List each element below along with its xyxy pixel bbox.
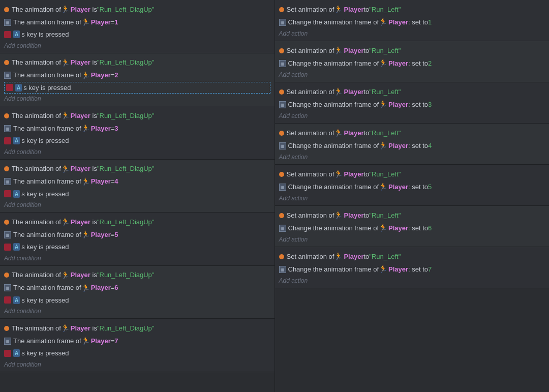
player-label2: Player xyxy=(91,336,111,346)
player-icon-action: 🏃 xyxy=(334,86,343,97)
add-action-link[interactable]: Add action xyxy=(279,276,545,286)
set-to-number: 4 xyxy=(428,141,432,151)
frame-number: 7 xyxy=(114,336,118,346)
player-label: Player xyxy=(71,270,90,280)
frame-number: 5 xyxy=(114,230,118,240)
key-condition-row[interactable]: A s key is pressed xyxy=(4,82,270,94)
player-action-label2: Player xyxy=(388,58,408,69)
frame-condition-row[interactable]: ▦ The animation frame of 🏃 Player = 2 xyxy=(4,69,270,82)
frame-condition-row[interactable]: ▦ The animation frame of 🏃 Player = 3 xyxy=(4,122,270,135)
frame-condition-row[interactable]: ▦ The animation frame of 🏃 Player = 1 xyxy=(4,16,270,28)
add-condition-link[interactable]: Add condition xyxy=(4,359,270,370)
key-condition-row[interactable]: A s key is pressed xyxy=(4,294,270,307)
anim-name-label: "Run_Left_DiagUp" xyxy=(97,323,155,334)
key-condition-row[interactable]: A s key is pressed xyxy=(4,241,270,253)
change-frame-action-row[interactable]: ▦ Change the animation frame of 🏃 Player… xyxy=(279,263,545,276)
add-condition-link[interactable]: Add condition xyxy=(4,94,270,104)
player-action-label2: Player xyxy=(388,100,408,110)
add-condition-link[interactable]: Add condition xyxy=(4,306,270,316)
letter-a: A xyxy=(13,296,20,304)
add-action-link[interactable]: Add action xyxy=(279,152,545,162)
dot-icon xyxy=(4,7,9,12)
player-icon: 🏃 xyxy=(61,110,70,121)
condition-block-6: The animation of 🏃 Player is "Run_Left_D… xyxy=(0,319,274,372)
add-condition-link[interactable]: Add condition xyxy=(4,253,270,263)
animation-condition-row[interactable]: The animation of 🏃 Player is "Run_Left_D… xyxy=(4,322,270,335)
player-icon: 🏃 xyxy=(61,57,70,68)
add-condition-link[interactable]: Add condition xyxy=(4,41,270,51)
frame-icon: ▦ xyxy=(4,178,11,185)
player-icon-action: 🏃 xyxy=(334,251,343,262)
animation-condition-row[interactable]: The animation of 🏃 Player is "Run_Left_D… xyxy=(4,56,270,69)
set-animation-action-row[interactable]: Set animation of 🏃 Player to "Run_Left" xyxy=(279,209,545,222)
set-to-number: 1 xyxy=(428,17,432,27)
frame-condition-row[interactable]: ▦ The animation frame of 🏃 Player = 6 xyxy=(4,282,270,294)
add-action-link[interactable]: Add action xyxy=(279,28,545,39)
letter-a: A xyxy=(13,31,20,38)
set-animation-action-row[interactable]: Set animation of 🏃 Player to "Run_Left" xyxy=(279,85,545,98)
set-animation-action-row[interactable]: Set animation of 🏃 Player to "Run_Left" xyxy=(279,44,545,57)
frame-condition-row[interactable]: ▦ The animation frame of 🏃 Player = 7 xyxy=(4,335,270,347)
key-icon xyxy=(4,137,11,144)
change-frame-action-row[interactable]: ▦ Change the animation frame of 🏃 Player… xyxy=(279,180,545,193)
dot-icon xyxy=(4,113,9,118)
player-icon: 🏃 xyxy=(61,270,70,281)
player-label2: Player xyxy=(91,124,111,134)
player-icon2: 🏃 xyxy=(81,176,90,187)
animation-condition-row[interactable]: The animation of 🏃 Player is "Run_Left_D… xyxy=(4,216,270,228)
player-icon2: 🏃 xyxy=(81,70,90,81)
animation-condition-row[interactable]: The animation of 🏃 Player is "Run_Left_D… xyxy=(4,109,270,122)
key-condition-row[interactable]: A s key is pressed xyxy=(4,28,270,41)
conditions-panel: The animation of 🏃 Player is "Run_Left_D… xyxy=(0,0,275,392)
add-action-link[interactable]: Add action xyxy=(279,234,545,245)
frame-number: 4 xyxy=(114,176,118,187)
set-animation-action-row[interactable]: Set animation of 🏃 Player to "Run_Left" xyxy=(279,168,545,180)
set-to-number: 5 xyxy=(428,182,432,192)
player-icon-action2: 🏃 xyxy=(379,140,387,151)
player-label2: Player xyxy=(91,283,111,293)
dot-icon xyxy=(4,326,9,331)
player-icon: 🏃 xyxy=(61,323,70,334)
add-action-link[interactable]: Add action xyxy=(279,70,545,80)
action-block-5: Set animation of 🏃 Player to "Run_Left" … xyxy=(275,206,550,247)
change-frame-action-row[interactable]: ▦ Change the animation frame of 🏃 Player… xyxy=(279,139,545,152)
action-block-1: Set animation of 🏃 Player to "Run_Left" … xyxy=(275,41,550,82)
player-action-label2: Player xyxy=(388,141,408,151)
player-action-label: Player xyxy=(344,5,363,15)
frame-condition-row[interactable]: ▦ The animation frame of 🏃 Player = 5 xyxy=(4,228,270,241)
animation-condition-row[interactable]: The animation of 🏃 Player is "Run_Left_D… xyxy=(4,3,270,16)
set-animation-action-row[interactable]: Set animation of 🏃 Player to "Run_Left" xyxy=(279,127,545,139)
change-frame-action-row[interactable]: ▦ Change the animation frame of 🏃 Player… xyxy=(279,16,545,28)
set-animation-action-row[interactable]: Set animation of 🏃 Player to "Run_Left" xyxy=(279,250,545,263)
letter-a: A xyxy=(15,84,22,92)
add-action-link[interactable]: Add action xyxy=(279,193,545,203)
animation-condition-row[interactable]: The animation of 🏃 Player is "Run_Left_D… xyxy=(4,269,270,282)
key-condition-row[interactable]: A s key is pressed xyxy=(4,135,270,147)
player-icon2: 🏃 xyxy=(81,283,90,293)
condition-block-1: The animation of 🏃 Player is "Run_Left_D… xyxy=(0,53,274,107)
key-condition-row[interactable]: A s key is pressed xyxy=(4,347,270,359)
player-icon-action2: 🏃 xyxy=(379,223,387,233)
set-to-number: 7 xyxy=(428,264,432,275)
add-condition-link[interactable]: Add condition xyxy=(4,147,270,157)
add-condition-link[interactable]: Add condition xyxy=(4,200,270,210)
add-action-link[interactable]: Add action xyxy=(279,111,545,121)
condition-block-4: The animation of 🏃 Player is "Run_Left_D… xyxy=(0,213,274,266)
run-left-label: "Run_Left" xyxy=(369,87,401,97)
frame-icon: ▦ xyxy=(4,19,11,26)
player-icon-action: 🏃 xyxy=(334,45,343,56)
dot-icon xyxy=(4,273,9,278)
letter-a: A xyxy=(13,349,20,357)
frame-icon-action: ▦ xyxy=(279,184,286,191)
key-condition-row[interactable]: A s key is pressed xyxy=(4,188,270,200)
change-frame-action-row[interactable]: ▦ Change the animation frame of 🏃 Player… xyxy=(279,222,545,234)
frame-number: 1 xyxy=(114,17,118,27)
frame-condition-row[interactable]: ▦ The animation frame of 🏃 Player = 4 xyxy=(4,175,270,188)
change-frame-action-row[interactable]: ▦ Change the animation frame of 🏃 Player… xyxy=(279,98,545,111)
change-frame-action-row[interactable]: ▦ Change the animation frame of 🏃 Player… xyxy=(279,57,545,70)
action-block-0: Set animation of 🏃 Player to "Run_Left" … xyxy=(275,0,550,41)
frame-icon: ▦ xyxy=(4,125,11,132)
set-animation-action-row[interactable]: Set animation of 🏃 Player to "Run_Left" xyxy=(279,3,545,16)
animation-condition-row[interactable]: The animation of 🏃 Player is "Run_Left_D… xyxy=(4,163,270,175)
action-block-3: Set animation of 🏃 Player to "Run_Left" … xyxy=(275,124,550,165)
